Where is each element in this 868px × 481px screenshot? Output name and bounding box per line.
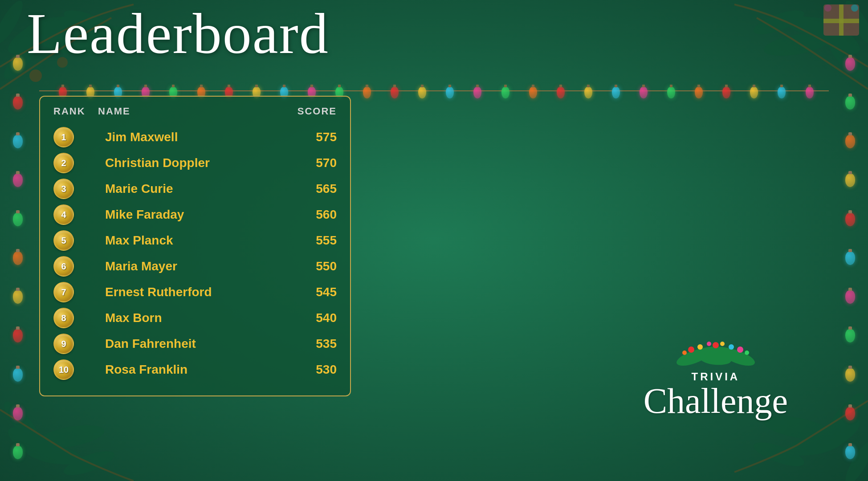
svg-point-36 (688, 346, 694, 353)
top-light (473, 87, 481, 98)
page-title: Leaderboard (27, 4, 329, 62)
top-light (529, 87, 537, 98)
light-bulb (13, 368, 23, 382)
rank-cell: 2 (53, 153, 98, 173)
score-header: SCORE (297, 106, 337, 117)
light-bulb (845, 213, 855, 226)
light-bulb (845, 174, 855, 187)
svg-point-18 (824, 4, 831, 12)
top-light (640, 87, 648, 98)
player-score: 545 (297, 285, 337, 299)
rank-cell: 3 (53, 179, 98, 199)
svg-point-37 (697, 344, 703, 350)
light-bulb (13, 329, 23, 342)
trivia-decoration (667, 342, 765, 368)
svg-point-43 (707, 342, 711, 346)
challenge-label: Challenge (644, 383, 788, 419)
table-row: 8 Max Born 540 (53, 307, 337, 329)
light-bulb (845, 407, 855, 420)
player-score: 540 (297, 311, 337, 325)
player-score: 575 (297, 130, 337, 144)
player-score: 560 (297, 208, 337, 222)
top-light (501, 87, 509, 98)
name-header: NAME (98, 106, 297, 117)
svg-point-41 (682, 351, 687, 355)
rank-badge: 7 (53, 282, 74, 302)
svg-point-44 (720, 342, 725, 346)
table-row: 4 Mike Faraday 560 (53, 204, 337, 226)
rank-cell: 6 (53, 256, 98, 277)
top-light (806, 87, 814, 98)
light-bulb (845, 252, 855, 265)
rank-badge: 3 (53, 179, 74, 199)
top-light (667, 87, 675, 98)
player-name: Mike Faraday (105, 208, 297, 222)
top-light (695, 87, 703, 98)
top-light (557, 87, 565, 98)
table-row: 9 Dan Fahrenheit 535 (53, 333, 337, 355)
light-bulb (845, 96, 855, 110)
light-bulb (845, 135, 855, 148)
lights-left (0, 0, 36, 481)
player-score: 570 (297, 156, 337, 170)
light-bulb (845, 57, 855, 71)
player-name: Ernest Rutherford (105, 285, 297, 299)
rank-badge: 10 (53, 359, 74, 380)
rank-cell: 8 (53, 308, 98, 328)
table-header: RANK NAME SCORE (53, 106, 337, 120)
top-light (363, 87, 371, 98)
player-score: 535 (297, 337, 337, 351)
rank-badge: 5 (53, 230, 74, 251)
light-bulb (13, 213, 23, 226)
rank-cell: 9 (53, 334, 98, 354)
rank-cell: 7 (53, 282, 98, 302)
rank-badge: 8 (53, 308, 74, 328)
light-bulb (845, 290, 855, 304)
light-bulb (13, 290, 23, 304)
top-light (612, 87, 620, 98)
player-name: Dan Fahrenheit (105, 337, 297, 351)
table-row: 6 Maria Mayer 550 (53, 255, 337, 277)
rank-badge: 9 (53, 334, 74, 354)
player-name: Max Planck (105, 233, 297, 248)
player-name: Rosa Franklin (105, 363, 297, 377)
top-light (750, 87, 758, 98)
table-row: 3 Marie Curie 565 (53, 178, 337, 200)
table-row: 10 Rosa Franklin 530 (53, 359, 337, 381)
rank-badge: 4 (53, 204, 74, 225)
player-name: Christian Doppler (105, 156, 297, 170)
top-light (722, 87, 730, 98)
trivia-challenge-logo: TRIVIA Challenge (644, 342, 788, 419)
table-row: 5 Max Planck 555 (53, 229, 337, 252)
rank-cell: 5 (53, 230, 98, 251)
svg-point-39 (729, 344, 734, 350)
rank-cell: 10 (53, 359, 98, 380)
table-row: 1 Jim Maxwell 575 (53, 126, 337, 148)
light-bulb (845, 368, 855, 382)
light-bulb (845, 446, 855, 459)
light-bulb (845, 329, 855, 342)
top-light (446, 87, 454, 98)
player-score: 565 (297, 182, 337, 196)
svg-point-38 (713, 342, 719, 348)
lights-right (832, 0, 868, 481)
rank-badge: 6 (53, 256, 74, 277)
player-score: 550 (297, 259, 337, 273)
rank-cell: 4 (53, 204, 98, 225)
light-bulb (13, 57, 23, 71)
rank-badge: 2 (53, 153, 74, 173)
light-bulb (13, 174, 23, 187)
light-bulb (13, 446, 23, 459)
rank-cell: 1 (53, 127, 98, 147)
top-light (391, 87, 399, 98)
title-section: Leaderboard (27, 4, 329, 62)
table-row: 7 Ernest Rutherford 545 (53, 281, 337, 303)
top-light (584, 87, 592, 98)
leaderboard-table: RANK NAME SCORE 1 Jim Maxwell 575 2 Chri… (39, 96, 351, 396)
svg-point-40 (737, 346, 743, 353)
player-name: Marie Curie (105, 182, 297, 196)
rank-badge: 1 (53, 127, 74, 147)
table-row: 2 Christian Doppler 570 (53, 152, 337, 174)
player-name: Jim Maxwell (105, 130, 297, 144)
rank-header: RANK (53, 106, 98, 117)
